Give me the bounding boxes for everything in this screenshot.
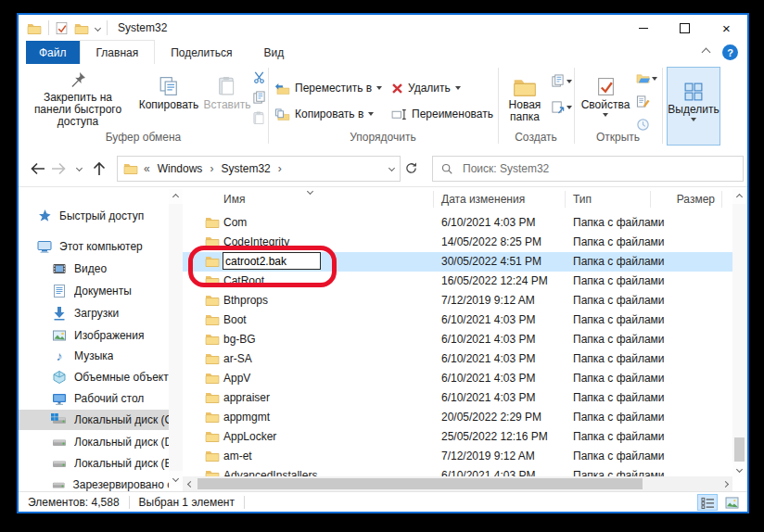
scroll-left-button[interactable] xyxy=(183,476,197,491)
help-button[interactable]: ? xyxy=(722,44,738,60)
dropdown-icon xyxy=(652,77,657,81)
history-button[interactable] xyxy=(636,118,650,132)
file-row[interactable]: CatRoot16/05/2022 12:24 PMПапка с файлам… xyxy=(183,272,732,291)
edit-button[interactable] xyxy=(636,95,650,108)
minimize-button[interactable] xyxy=(622,15,664,41)
vertical-scroll-thumb[interactable] xyxy=(734,437,745,462)
properties-quick-icon[interactable] xyxy=(56,21,68,35)
maximize-button[interactable] xyxy=(664,15,706,41)
scroll-right-button[interactable] xyxy=(718,476,732,491)
breadcrumb-overflow[interactable]: « xyxy=(138,162,152,175)
move-to-button[interactable]: Переместить в xyxy=(274,78,382,98)
scroll-up-button[interactable] xyxy=(169,189,183,204)
copy-to-button[interactable]: Копировать в xyxy=(274,104,374,124)
search-input[interactable] xyxy=(461,161,735,176)
pin-to-quick-access-button[interactable]: Закрепить на панели быстрого доступа xyxy=(24,67,132,128)
file-row[interactable]: CodeIntegrity14/05/2022 8:25 PMПапка с ф… xyxy=(183,233,732,252)
qat-customize-icon[interactable] xyxy=(95,24,101,31)
scroll-up-button[interactable] xyxy=(732,189,746,204)
folder-icon xyxy=(205,274,220,286)
open-button[interactable] xyxy=(636,71,657,85)
file-row-renaming[interactable]: 30/05/2022 4:51 PM Папка с файлами xyxy=(183,252,732,272)
sidebar-item-3d-objects[interactable]: Объемные объекты xyxy=(19,367,169,387)
file-row[interactable]: AppV6/10/2021 4:03 PMПапка с файлами xyxy=(183,369,732,388)
up-button[interactable] xyxy=(89,158,109,180)
column-divider[interactable] xyxy=(650,191,651,208)
recent-locations-button[interactable] xyxy=(69,158,89,180)
rename-input[interactable] xyxy=(223,252,321,270)
status-bar: Элементов: 4,588 Выбран 1 элемент xyxy=(19,491,747,512)
sidebar-item-documents[interactable]: Документы xyxy=(19,281,169,301)
address-dropdown-icon[interactable] xyxy=(388,165,395,171)
file-row[interactable]: appraiser6/10/2021 4:03 PMПапка с файлам… xyxy=(183,388,732,408)
file-row[interactable]: appmgmt20/05/2022 2:29 PMПапка с файлами xyxy=(183,408,732,427)
tab-view[interactable]: Вид xyxy=(248,41,299,64)
sidebar-item-quick-access[interactable]: Быстрый доступ xyxy=(19,206,169,226)
tab-share[interactable]: Поделиться xyxy=(155,41,248,64)
sidebar-item-local-disk-c[interactable]: Локальный диск (C:) xyxy=(19,410,169,430)
sidebar-item-videos[interactable]: Видео xyxy=(19,259,169,279)
sidebar-scrollbar[interactable] xyxy=(169,189,183,486)
tab-file[interactable]: Файл xyxy=(26,41,80,64)
collapse-ribbon-icon[interactable] xyxy=(702,48,711,57)
cut-button[interactable] xyxy=(252,70,266,84)
horizontal-scroll-thumb[interactable] xyxy=(197,478,643,489)
sidebar-item-music[interactable]: ♪Музыка xyxy=(19,346,169,366)
select-button[interactable]: Выделить xyxy=(667,71,720,133)
file-row[interactable]: ar-SA6/10/2021 4:03 PMПапка с файлами xyxy=(183,349,732,369)
file-row[interactable]: bg-BG6/10/2021 4:03 PMПапка с файлами xyxy=(183,330,732,349)
sidebar-item-system-reserved[interactable]: Зарезервировано системой xyxy=(19,475,169,491)
column-header-date[interactable]: Дата изменения xyxy=(441,193,525,206)
dropdown-icon xyxy=(603,113,608,117)
refresh-button[interactable] xyxy=(401,158,421,180)
forward-button[interactable] xyxy=(48,158,69,180)
scroll-down-button[interactable] xyxy=(732,462,746,476)
column-headers: Имя Дата изменения Тип Размер xyxy=(183,187,732,211)
column-header-name[interactable]: Имя xyxy=(223,193,245,206)
close-button[interactable]: × xyxy=(706,15,747,41)
paste-button[interactable]: Вставить xyxy=(202,67,252,128)
paste-label: Вставить xyxy=(204,99,251,111)
breadcrumb-separator[interactable]: › xyxy=(276,162,284,175)
new-folder-button[interactable]: Новая папка xyxy=(502,67,548,128)
ribbon-tab-strip: Файл Главная Поделиться Вид xyxy=(19,41,747,64)
sidebar-item-downloads[interactable]: Загрузки xyxy=(19,303,169,323)
breadcrumb-system32[interactable]: System32 xyxy=(215,162,275,175)
easy-access-button[interactable] xyxy=(551,100,572,114)
properties-button[interactable]: Свойства xyxy=(579,67,631,128)
copy-button[interactable]: Копировать xyxy=(134,67,203,128)
new-folder-quick-icon[interactable] xyxy=(74,22,89,34)
scroll-down-button[interactable] xyxy=(169,471,183,486)
new-item-button[interactable] xyxy=(551,74,572,88)
search-box[interactable] xyxy=(432,156,744,182)
breadcrumb-separator[interactable]: › xyxy=(208,162,215,175)
column-header-type[interactable]: Тип xyxy=(573,193,592,206)
rename-button[interactable]: Переименовать xyxy=(391,104,493,124)
details-view-button[interactable] xyxy=(697,494,718,511)
file-row[interactable]: Bthprops7/12/2019 9:12 AMПапка с файлами xyxy=(183,291,732,310)
horizontal-scrollbar[interactable] xyxy=(183,476,732,491)
sidebar-item-pictures[interactable]: Изображения xyxy=(19,325,169,346)
thumbnails-view-button[interactable] xyxy=(721,494,742,511)
column-divider[interactable] xyxy=(433,191,434,208)
list-vertical-scrollbar[interactable] xyxy=(732,189,746,476)
sidebar-item-desktop[interactable]: Рабочий стол xyxy=(19,388,169,409)
address-bar[interactable]: « Windows › System32 › xyxy=(117,156,401,182)
breadcrumb-windows[interactable]: Windows xyxy=(152,162,209,175)
paste-shortcut-button[interactable] xyxy=(252,111,266,125)
back-button[interactable] xyxy=(28,158,48,180)
file-row[interactable]: Com6/10/2021 4:03 PMПапка с файлами xyxy=(183,213,732,233)
file-row[interactable]: AppLocker25/05/2022 12:16 PMПапка с файл… xyxy=(183,427,732,447)
sidebar-item-local-disk-e[interactable]: Локальный диск (E:) xyxy=(19,453,169,474)
folder-icon xyxy=(205,216,220,228)
file-row[interactable]: Boot6/10/2021 4:03 PMПапка с файлами xyxy=(183,310,732,330)
column-divider[interactable] xyxy=(721,191,722,208)
sidebar-item-local-disk-d[interactable]: Локальный диск (D:) xyxy=(19,432,169,452)
copy-path-button[interactable] xyxy=(252,91,266,105)
sidebar-item-this-pc[interactable]: Этот компьютер xyxy=(19,236,169,257)
file-row[interactable]: am-et7/12/2019 9:12 AMПапка с файлами xyxy=(183,447,732,466)
column-divider[interactable] xyxy=(565,191,566,208)
delete-button[interactable]: Удалить xyxy=(391,78,461,98)
column-header-size[interactable]: Размер xyxy=(650,193,715,206)
tab-home[interactable]: Главная xyxy=(80,40,156,64)
